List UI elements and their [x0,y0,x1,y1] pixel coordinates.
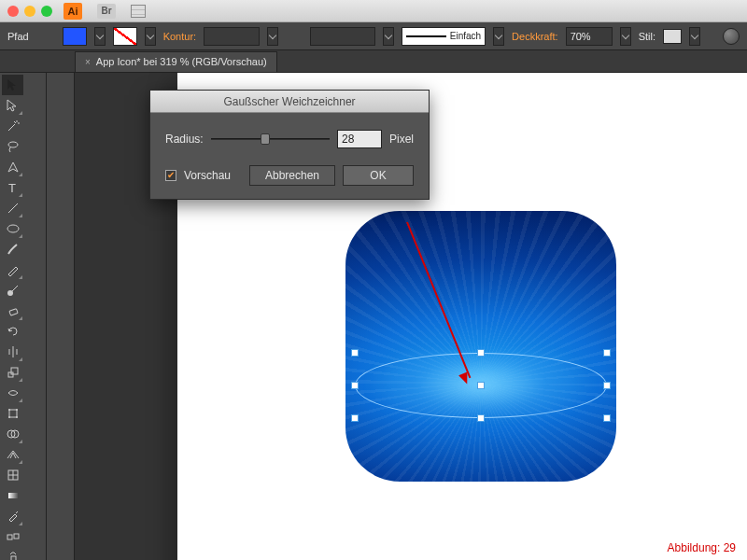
close-tab-icon[interactable]: × [85,57,91,67]
svg-point-12 [16,416,18,418]
dialog-title: Gaußscher Weichzeichner [150,91,429,113]
control-bar: Pfad Kontur: Einfach Deckkraft: 70% Stil… [0,22,747,50]
lasso-tool[interactable] [2,136,23,157]
handle-center[interactable] [478,383,484,388]
svg-rect-21 [11,556,16,560]
selection-tool[interactable] [2,75,23,95]
paintbrush-tool[interactable] [2,239,23,259]
style-dropdown[interactable] [689,27,700,46]
handle-sw[interactable] [352,415,358,421]
brush-stroke-style[interactable]: Einfach [402,27,486,46]
stroke-swatch[interactable] [113,27,137,46]
ok-button[interactable]: OK [343,165,414,186]
mesh-tool[interactable] [2,465,23,485]
ellipse-tool[interactable] [2,218,23,239]
rotate-tool[interactable] [2,321,23,342]
pen-tool[interactable] [2,157,23,177]
handle-ne[interactable] [604,350,610,356]
handle-w[interactable] [352,383,358,388]
window-minimize-button[interactable] [24,6,35,17]
chevron-down-icon [495,31,502,38]
graphic-style-swatch[interactable] [663,29,682,44]
stroke-weight-field[interactable] [204,27,260,46]
brush-style-dropdown[interactable] [493,27,504,46]
line-tool[interactable] [2,198,23,218]
magic-wand-tool[interactable] [2,116,23,136]
chevron-down-icon [691,31,698,38]
fill-dropdown[interactable] [94,27,106,46]
window-titlebar: Ai Br [0,0,747,22]
svg-rect-5 [8,309,17,315]
symbol-sprayer-tool[interactable] [2,547,23,560]
svg-point-0 [8,142,18,147]
opacity-label[interactable]: Deckkraft: [512,31,558,42]
brush-field[interactable] [310,27,375,46]
scale-tool[interactable] [2,362,23,383]
preview-label: Vorschau [184,169,231,182]
cancel-button[interactable]: Abbrechen [249,165,335,186]
opacity-field[interactable]: 70% [566,27,613,46]
figure-caption: Abbildung: 29 [668,541,736,554]
svg-rect-8 [9,410,17,417]
reflect-tool[interactable] [2,342,23,362]
svg-rect-7 [11,368,18,374]
svg-text:T: T [8,181,16,195]
handle-n[interactable] [478,350,484,356]
window-maximize-button[interactable] [41,6,52,17]
recolor-artwork-icon[interactable] [723,28,740,45]
panel-dock-left[interactable] [47,73,75,560]
chevron-down-icon [385,31,392,38]
bridge-badge[interactable]: Br [97,4,116,19]
handle-nw[interactable] [352,350,358,356]
blob-brush-tool[interactable] [2,280,23,301]
preview-checkbox[interactable]: ✔ [165,170,176,181]
svg-line-2 [8,203,18,213]
fill-swatch[interactable] [63,27,87,46]
type-tool[interactable]: T [2,177,23,198]
svg-rect-18 [8,493,18,498]
selection-type-label: Pfad [7,31,29,42]
toolbox: T [0,73,47,560]
stroke-label[interactable]: Kontur: [163,31,196,42]
svg-point-3 [7,225,19,232]
radius-label: Radius: [165,133,204,146]
selection-bounding-box[interactable] [355,353,607,418]
handle-se[interactable] [604,415,610,421]
gradient-tool[interactable] [2,485,23,506]
handle-e[interactable] [604,383,610,388]
radius-unit: Pixel [389,133,414,146]
app-icon-artwork [345,211,616,482]
window-close-button[interactable] [7,6,19,17]
opacity-dropdown[interactable] [620,27,631,46]
svg-point-9 [8,409,10,411]
shape-builder-tool[interactable] [2,424,23,444]
stroke-weight-dropdown[interactable] [267,27,278,46]
document-tab[interactable]: × App Icon* bei 319 % (RGB/Vorschau) [75,51,277,72]
slider-thumb[interactable] [261,133,270,145]
blend-tool[interactable] [2,526,23,547]
eraser-tool[interactable] [2,301,23,321]
chevron-down-icon [95,31,103,38]
svg-point-10 [16,409,18,411]
stroke-dropdown[interactable] [145,27,156,46]
document-tab-title: App Icon* bei 319 % (RGB/Vorschau) [96,56,267,67]
radius-input[interactable] [337,130,382,148]
pencil-tool[interactable] [2,259,23,280]
eyedropper-tool[interactable] [2,506,23,526]
gaussian-blur-dialog[interactable]: Gaußscher Weichzeichner Radius: Pixel ✔ … [149,90,430,200]
svg-rect-20 [14,534,19,539]
handle-s[interactable] [478,415,484,421]
arrange-documents-icon[interactable] [131,5,146,18]
brush-dropdown[interactable] [383,27,394,46]
chevron-down-icon [146,31,153,38]
radius-slider[interactable] [211,133,330,146]
svg-point-11 [8,416,10,418]
radial-rays [345,211,616,482]
chevron-down-icon [269,31,276,38]
direct-selection-tool[interactable] [2,95,23,116]
style-label: Stil: [639,31,655,42]
width-tool[interactable] [2,383,23,403]
document-tab-bar: × App Icon* bei 319 % (RGB/Vorschau) [0,50,747,73]
free-transform-tool[interactable] [2,403,23,424]
perspective-grid-tool[interactable] [2,444,23,465]
